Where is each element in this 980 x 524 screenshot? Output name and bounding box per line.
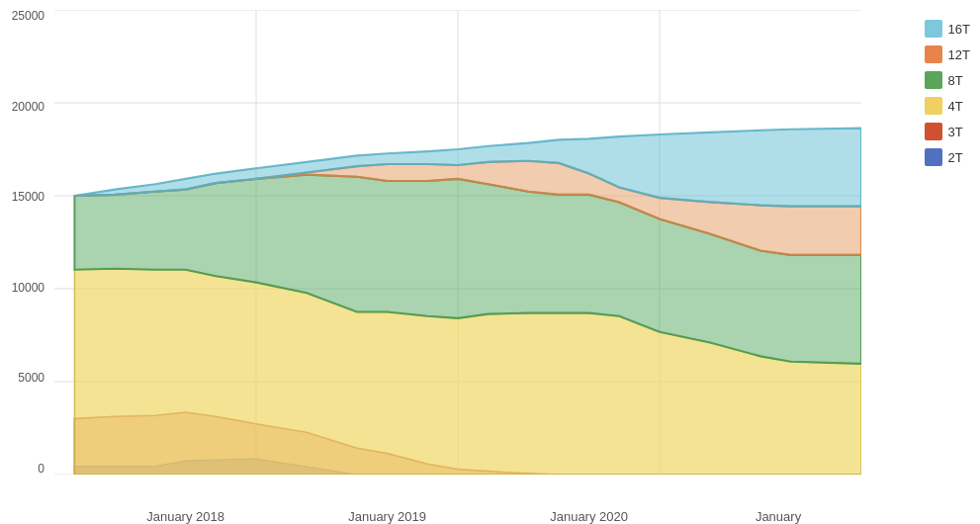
legend-color-16T xyxy=(925,20,942,38)
x-label-2021: January 2021 xyxy=(756,509,826,524)
chart-svg xyxy=(54,10,861,475)
y-label-10000: 10000 xyxy=(12,282,45,294)
x-label-2019: January 2019 xyxy=(348,509,426,524)
y-label-20000: 20000 xyxy=(12,101,45,113)
x-label-2018: January 2018 xyxy=(146,509,224,524)
legend: 16T 12T 8T 4T 3T 2T xyxy=(925,20,970,166)
legend-label-16T: 16T xyxy=(948,22,970,37)
legend-label-3T: 3T xyxy=(948,125,963,139)
chart-container: 0 5000 10000 15000 20000 25000 xyxy=(0,0,980,524)
legend-color-4T xyxy=(925,97,942,115)
legend-color-12T xyxy=(925,45,942,63)
chart-area: January 2018 January 2019 January 2020 J… xyxy=(54,10,861,475)
legend-item-2T: 2T xyxy=(925,148,970,166)
legend-label-12T: 12T xyxy=(948,47,970,62)
legend-label-2T: 2T xyxy=(948,150,963,165)
y-label-0: 0 xyxy=(38,463,45,475)
y-axis: 0 5000 10000 15000 20000 25000 xyxy=(0,10,49,475)
legend-item-16T: 16T xyxy=(925,20,970,38)
legend-item-8T: 8T xyxy=(925,71,970,89)
legend-item-3T: 3T xyxy=(925,123,970,140)
legend-item-4T: 4T xyxy=(925,97,970,115)
y-label-5000: 5000 xyxy=(18,372,45,384)
legend-color-8T xyxy=(925,71,942,89)
x-label-2020: January 2020 xyxy=(550,509,628,524)
legend-label-4T: 4T xyxy=(948,99,963,114)
legend-label-8T: 8T xyxy=(948,73,963,88)
y-label-15000: 15000 xyxy=(12,191,45,203)
legend-item-12T: 12T xyxy=(925,45,970,63)
y-label-25000: 25000 xyxy=(12,10,45,22)
legend-color-2T xyxy=(925,148,942,166)
legend-color-3T xyxy=(925,123,942,140)
